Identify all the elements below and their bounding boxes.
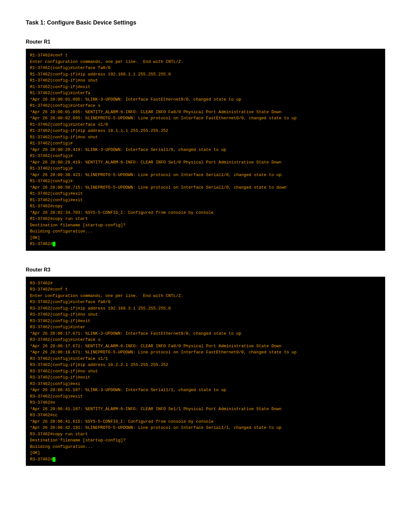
terminal-line: R3-37462(config)#inter xyxy=(30,324,381,330)
terminal-line: *Apr 26 20:06:41.615: %SYS-5-CONFIG_I: C… xyxy=(30,419,381,425)
terminal-line: R1-37462(config)#interface fa0/0 xyxy=(30,65,381,71)
router-r3-terminal: R3-37462#R3-37462#conf tEnter configurat… xyxy=(26,277,385,466)
terminal-line: *Apr 26 20:00:50.715: %LINEPROTO-5-UPDOW… xyxy=(30,184,381,191)
terminal-line: R3-37462#conf t xyxy=(30,286,381,293)
terminal-line: R3-37462(config-if)#ip address 192.168.3… xyxy=(30,305,381,312)
page-title: Task 1: Configure Basic Device Settings xyxy=(26,19,385,26)
router-r3-title: Router R3 xyxy=(26,267,385,273)
terminal-line: *Apr 26 20:00:01.095: %ENTITY_ALARM-6-IN… xyxy=(30,109,381,115)
terminal-line: R1-37462(config)#interface s1/0 xyxy=(30,122,381,128)
terminal-line: [OK] xyxy=(30,450,381,456)
terminal-line: R3-37462(config)#interface fa0/0 xyxy=(30,299,381,305)
terminal-last-line: R3-37462# xyxy=(30,456,381,463)
terminal-line: R1-37462(config)#exit xyxy=(30,191,381,197)
terminal-line: R1-37462(config)#interfa xyxy=(30,90,381,96)
terminal-line: *Apr 26 20:00:02.095: %LINEPROTO-5-UPDOW… xyxy=(30,115,381,122)
terminal-line: *Apr 26 20:06:41.187: %LINK-3-UPDOWN: In… xyxy=(30,387,381,393)
terminal-line: [OK] xyxy=(30,235,381,241)
terminal-line: R1-37462(config)# xyxy=(30,153,381,159)
terminal-line: Enter configuration commands, one per li… xyxy=(30,59,381,65)
terminal-line: *Apr 26 20:00:30.423: %LINEPROTO-5-UPDOW… xyxy=(30,172,381,178)
terminal-line: R3-37462(config-if)#no shut xyxy=(30,311,381,318)
terminal-line: *Apr 26 20:00:29.419: %LINK-3-UPDOWN: In… xyxy=(30,147,381,153)
terminal-line: R3-37462(config-if)#exit xyxy=(30,318,381,324)
terminal-line: Building configuration... xyxy=(30,444,381,450)
terminal-line: Building configuration... xyxy=(30,228,381,235)
router-r3-section: Router R3 R3-37462#R3-37462#conf tEnter … xyxy=(26,267,385,466)
terminal-line: R3-37462(config-if)#exit xyxy=(30,374,381,381)
terminal-line: *Apr 26 20:06:17.671: %ENTITY_ALARM-6-IN… xyxy=(30,343,381,350)
terminal-line: R1-37462#copy xyxy=(30,203,381,210)
terminal-line: *Apr 26 20:06:18.671: %LINEPROTO-5-UPDOW… xyxy=(30,349,381,356)
terminal-line: R3-37462(config)#interface s xyxy=(30,337,381,343)
terminal-line: R3-37462(config)#exi xyxy=(30,381,381,387)
terminal-line: *Apr 26 20:00:29.419: %ENTITY_ALARM-6-IN… xyxy=(30,159,381,166)
terminal-cursor xyxy=(53,457,55,462)
terminal-line: R3-37462(config)#interface s1/1 xyxy=(30,356,381,362)
terminal-line: R1-37462(config-if)#no shut xyxy=(30,134,381,141)
terminal-line: R1-37462(config)#exit xyxy=(30,197,381,203)
terminal-line: *Apr 26 20:00:01.095: %LINK-3-UPDOWN: In… xyxy=(30,96,381,103)
terminal-line: R1-37462(config)# xyxy=(30,165,381,172)
terminal-line: R1-37462(config)#interface s xyxy=(30,103,381,109)
terminal-line: Destination filename [startup-config]? xyxy=(30,222,381,229)
router-r1-terminal: R1-37462#conf tEnter configuration comma… xyxy=(26,49,385,251)
terminal-line: R3-37462(config-if)#no shut xyxy=(30,368,381,375)
terminal-line: Destination filename [startup-config]? xyxy=(30,437,381,444)
terminal-line: R1-37462(config-if)#ip address 192.168.1… xyxy=(30,71,381,78)
terminal-line: R1-37462(config)# xyxy=(30,140,381,147)
terminal-line: R1-37462(config-if)#exit xyxy=(30,84,381,90)
terminal-line: R3-37462(config-if)#ip address 10.2.2.1 … xyxy=(30,362,381,368)
terminal-line: R1-37462(config)# xyxy=(30,178,381,184)
terminal-line: R3-37462#cc xyxy=(30,412,381,419)
terminal-line: R1-37462#copy run start xyxy=(30,216,381,222)
terminal-line: R1-37462(config-if)#no shut xyxy=(30,77,381,84)
terminal-line: R3-37462#o xyxy=(30,399,381,406)
terminal-line: *Apr 26 20:02:34.703: %SYS-5-CONFIG_I: C… xyxy=(30,210,381,216)
terminal-line: R1-37462(config-if)#ip address 10.1.1.1 … xyxy=(30,128,381,134)
router-r1-section: Router R1 R1-37462#conf tEnter configura… xyxy=(26,39,385,251)
terminal-line: Enter configuration commands, one per li… xyxy=(30,293,381,299)
terminal-line: R1-37462#conf t xyxy=(30,52,381,59)
terminal-cursor xyxy=(53,242,55,246)
terminal-line: R3-37462#copy run start xyxy=(30,431,381,438)
terminal-line: *Apr 26 20:06:42.191: %LINEPROTO-5-UPDOW… xyxy=(30,425,381,431)
terminal-line: *Apr 26 20:06:17.671: %LINK-3-UPDOWN: In… xyxy=(30,330,381,337)
terminal-last-line: R1-37462# xyxy=(30,241,381,247)
router-r1-title: Router R1 xyxy=(26,39,385,45)
terminal-line: R3-37462# xyxy=(30,280,381,287)
terminal-line: *Apr 26 20:06:41.187: %ENTITY_ALARM-6-IN… xyxy=(30,406,381,412)
terminal-line: R3-37462(config)#exit xyxy=(30,393,381,400)
